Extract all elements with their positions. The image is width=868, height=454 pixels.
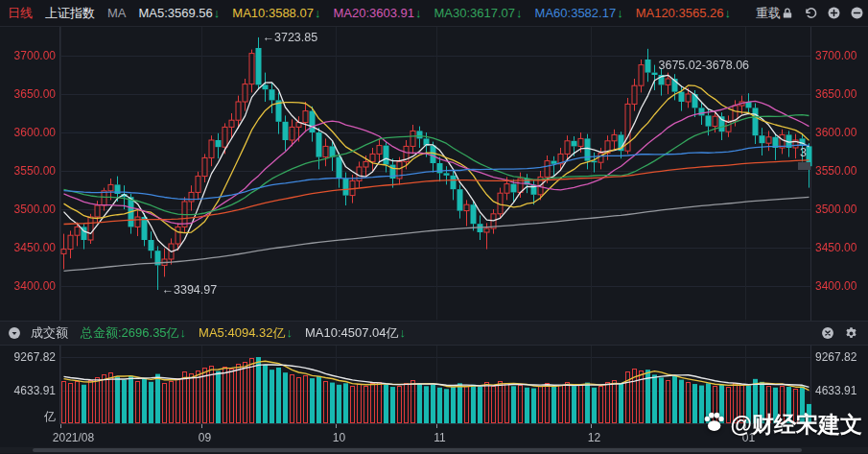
down-arrow-icon: ↓ [214, 6, 221, 20]
toolbar-icons [781, 6, 868, 20]
down-arrow-icon: ↓ [400, 325, 407, 340]
close-panel-icon[interactable] [820, 326, 834, 341]
chart-canvas[interactable] [0, 0, 868, 454]
zoom-out-icon[interactable] [850, 6, 864, 20]
collapse-panel-icon[interactable] [7, 326, 21, 341]
volume-stat-2: MA10:4507.04亿↓ [305, 324, 406, 342]
down-arrow-icon: ↓ [724, 6, 731, 20]
ma-legend-item-2: MA20:3603.91↓ [333, 6, 421, 20]
down-arrow-icon: ↓ [180, 325, 187, 340]
zoom-in-icon[interactable] [827, 6, 841, 20]
ma-legend-item-3: MA30:3617.07↓ [434, 6, 523, 20]
ma-legend: MA5:3569.56↓MA10:3588.07↓MA20:3603.91↓MA… [127, 6, 731, 20]
stock-chart-app: 3700.003700.003650.003650.003600.003600.… [0, 0, 868, 454]
volume-header-icons [820, 326, 858, 341]
lock-icon[interactable] [781, 6, 795, 20]
down-arrow-icon: ↓ [286, 325, 293, 340]
ma-group-label: MA [107, 6, 127, 20]
volume-stats: 总金额:2696.35亿↓MA5:4094.32亿↓MA10:4507.04亿↓ [68, 324, 406, 342]
volume-panel-header: 成交额 总金额:2696.35亿↓MA5:4094.32亿↓MA10:4507.… [0, 321, 868, 346]
watermark-text: @财经宋建文 [731, 410, 862, 440]
down-arrow-icon: ↓ [617, 6, 623, 20]
paw-icon [702, 410, 726, 440]
volume-stat-0: 总金额:2696.35亿↓ [81, 324, 186, 342]
ma-legend-item-1: MA10:3588.07↓ [232, 6, 320, 20]
volume-settings-gear-icon[interactable] [844, 326, 858, 341]
main-toolbar: 日线 上证指数 MA MA5:3569.56↓MA10:3588.07↓MA20… [0, 0, 868, 27]
ma-legend-item-0: MA5:3569.56↓ [139, 6, 221, 20]
down-arrow-icon: ↓ [315, 6, 321, 20]
down-arrow-icon: ↓ [516, 6, 523, 20]
ma-legend-item-5: MA120:3565.26↓ [636, 6, 731, 20]
ma-legend-item-4: MA60:3582.17↓ [535, 6, 623, 20]
reload-button[interactable]: 重载 [756, 5, 781, 22]
volume-panel-title[interactable]: 成交额 [31, 324, 68, 342]
scrollbar-thumb[interactable] [33, 448, 802, 452]
watermark: @财经宋建文 [702, 410, 862, 440]
down-arrow-icon: ↓ [415, 6, 422, 20]
period-selector[interactable]: 日线 [8, 5, 33, 22]
volume-stat-1: MA5:4094.32亿↓ [199, 324, 293, 342]
scrollbar-track[interactable] [0, 447, 868, 453]
undo-icon[interactable] [804, 6, 818, 20]
symbol-name[interactable]: 上证指数 [45, 5, 95, 22]
